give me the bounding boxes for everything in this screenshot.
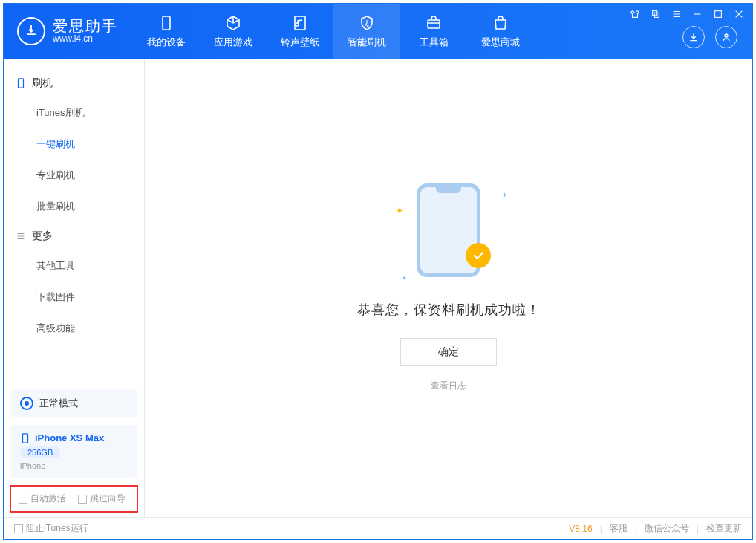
nav-label: 智能刷机 [348, 36, 386, 49]
device-capacity: 256GB [20, 446, 60, 458]
device-type: iPhone [20, 461, 128, 470]
nav-label: 爱思商城 [481, 36, 520, 49]
view-log-link[interactable]: 查看日志 [431, 380, 466, 392]
side-itunes-flash[interactable]: iTunes刷机 [4, 97, 144, 129]
side-onekey-flash[interactable]: 一键刷机 [4, 129, 144, 160]
success-message: 恭喜您，保资料刷机成功啦！ [357, 301, 541, 319]
nav-label: 铃声壁纸 [281, 36, 319, 49]
nav-smart-flash[interactable]: 智能刷机 [333, 4, 400, 59]
header-right-icons [682, 26, 737, 48]
checkbox-block-itunes[interactable]: 阻止iTunes运行 [14, 522, 88, 535]
nav-ringtones[interactable]: 铃声壁纸 [267, 4, 333, 59]
svg-point-6 [725, 34, 728, 37]
checkbox-label: 跳过向导 [90, 492, 126, 505]
link-wechat[interactable]: 微信公众号 [645, 522, 689, 535]
nav-apps-games[interactable]: 应用游戏 [200, 4, 267, 59]
nav-mall[interactable]: 爱思商城 [467, 4, 534, 59]
side-batch-flash[interactable]: 批量刷机 [4, 191, 144, 222]
highlighted-options: 自动激活 跳过向导 [10, 485, 138, 513]
side-pro-flash[interactable]: 专业刷机 [4, 160, 144, 191]
confirm-button[interactable]: 确定 [400, 338, 497, 366]
link-support[interactable]: 客服 [610, 522, 628, 535]
tshirt-icon[interactable] [629, 8, 641, 20]
title-bar: 爱思助手 www.i4.cn 我的设备 应用游戏 铃声壁纸 智能刷机 [4, 4, 752, 59]
checkbox-auto-activate[interactable]: 自动激活 [19, 492, 66, 505]
nav-label: 工具箱 [420, 36, 449, 49]
svg-rect-8 [23, 433, 28, 442]
nav-my-device[interactable]: 我的设备 [133, 4, 200, 59]
app-url: www.i4.cn [53, 34, 118, 44]
checkbox-label: 阻止iTunes运行 [26, 522, 88, 535]
link-update[interactable]: 检查更新 [706, 522, 742, 535]
sidebar: 刷机 iTunes刷机 一键刷机 专业刷机 批量刷机 更多 其他工具 下载固件 … [4, 59, 145, 517]
side-other-tools[interactable]: 其他工具 [4, 250, 144, 282]
svg-rect-0 [163, 16, 170, 30]
nav-label: 我的设备 [147, 36, 186, 49]
menu-icon[interactable] [671, 8, 682, 20]
phone-icon [16, 78, 26, 88]
check-badge-icon [466, 243, 491, 268]
device-box[interactable]: iPhone XS Max 256GB iPhone [11, 425, 137, 478]
svg-rect-5 [715, 11, 722, 18]
version-label: V8.16 [569, 524, 592, 534]
success-illustration: ✦ ✦ ✦ [417, 183, 480, 277]
group-flash: 刷机 [4, 69, 144, 97]
mode-icon [20, 397, 33, 410]
logo: 爱思助手 www.i4.cn [4, 4, 133, 59]
minimize-icon[interactable] [691, 8, 703, 20]
main-content: ✦ ✦ ✦ 恭喜您，保资料刷机成功啦！ 确定 查看日志 [145, 59, 752, 517]
window-controls [629, 8, 745, 20]
nav-label: 应用游戏 [214, 36, 252, 49]
device-name: iPhone XS Max [35, 432, 104, 443]
copy-icon[interactable] [650, 8, 662, 20]
mode-box[interactable]: 正常模式 [11, 389, 137, 417]
list-icon [16, 231, 26, 241]
checkbox-skip-guide[interactable]: 跳过向导 [78, 492, 126, 505]
group-label: 刷机 [32, 77, 53, 90]
status-bar: 阻止iTunes运行 V8.16 | 客服 | 微信公众号 | 检查更新 [4, 517, 752, 539]
mode-label: 正常模式 [39, 397, 78, 410]
svg-rect-2 [428, 20, 440, 28]
body: 刷机 iTunes刷机 一键刷机 专业刷机 批量刷机 更多 其他工具 下载固件 … [4, 59, 752, 517]
app-name: 爱思助手 [53, 18, 118, 34]
checkbox-icon [14, 524, 23, 533]
nav-tabs: 我的设备 应用游戏 铃声壁纸 智能刷机 工具箱 爱思商城 [133, 4, 534, 59]
close-icon[interactable] [733, 8, 745, 20]
group-more: 更多 [4, 222, 144, 250]
checkbox-icon [78, 495, 87, 504]
svg-rect-7 [19, 79, 24, 88]
nav-toolbox[interactable]: 工具箱 [400, 4, 467, 59]
side-advanced[interactable]: 高级功能 [4, 313, 144, 344]
maximize-icon[interactable] [712, 8, 724, 20]
checkbox-icon [19, 495, 27, 504]
download-icon[interactable] [682, 26, 705, 48]
user-icon[interactable] [715, 26, 737, 48]
logo-icon [17, 17, 45, 45]
side-download-fw[interactable]: 下载固件 [4, 282, 144, 313]
device-icon [20, 433, 30, 443]
group-label: 更多 [32, 230, 53, 243]
checkbox-label: 自动激活 [30, 492, 66, 505]
app-window: 爱思助手 www.i4.cn 我的设备 应用游戏 铃声壁纸 智能刷机 [3, 3, 753, 540]
